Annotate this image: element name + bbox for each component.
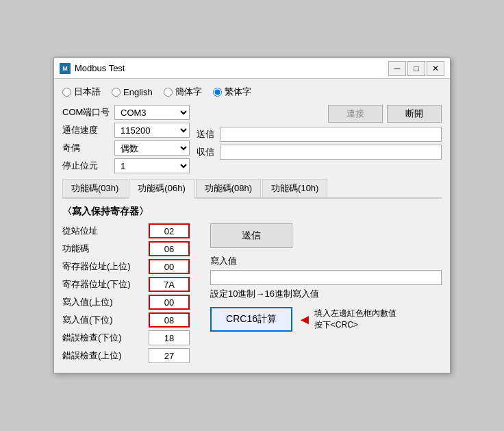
content-area: 日本語 English 簡体字 繁体字 COM端口号 COM3 C [54, 79, 450, 373]
com-label: COM端口号 [62, 106, 110, 119]
field-input-1[interactable] [149, 241, 190, 256]
field-label-7: 錯誤檢查(上位) [62, 349, 144, 362]
arrow-icon: ◄ [298, 312, 312, 328]
recv-row: 収信 02 06 04 01 01 F4 D9 1E [197, 145, 442, 160]
write-value-label: 寫入值 [210, 255, 442, 267]
crc-row: CRC16計算 ◄ 填入左邊紅色框內數值按下<CRC> [210, 307, 442, 332]
stopbit-label: 停止位元 [62, 160, 110, 172]
field-input-7[interactable] [149, 348, 190, 363]
baud-select[interactable]: 115200 9600 19200 38400 57600 [114, 123, 190, 138]
field-input-5[interactable] [149, 312, 190, 328]
language-selector: 日本語 English 簡体字 繁体字 [62, 86, 442, 98]
field-label-2: 寄存器位址(上位) [62, 260, 144, 273]
field-input-2[interactable] [149, 259, 190, 274]
baud-label: 通信速度 [62, 124, 110, 136]
maximize-button[interactable]: □ [407, 61, 425, 76]
lang-tw-label: 繁体字 [225, 86, 251, 98]
lang-jp-radio[interactable] [62, 88, 71, 97]
write-value-section: 寫入值 設定10進制→16進制寫入值 [210, 255, 442, 300]
field-label-4: 寫入值(上位) [62, 296, 144, 308]
minimize-button[interactable]: ─ [388, 61, 406, 76]
recv-label: 収信 [197, 146, 216, 158]
tab-10h[interactable]: 功能碼(10h) [262, 179, 327, 197]
field-label-0: 從站位址 [62, 225, 144, 237]
lang-cn-label: 簡体字 [175, 86, 202, 98]
recv-input[interactable]: 02 06 04 01 01 F4 D9 1E [220, 145, 442, 160]
tab-bar: 功能碼(03h) 功能碼(06h) 功能碼(08h) 功能碼(10h) [62, 179, 442, 199]
field-input-0[interactable] [149, 223, 190, 238]
field-row-write-lo: 寫入值(下位) [62, 312, 199, 328]
panel-body: 從站位址 功能碼 寄存器位址(上位) 寄存器位址(下位) [62, 223, 442, 366]
app-icon: M [60, 63, 71, 74]
title-bar-left: M Modbus Test [60, 63, 125, 74]
close-button[interactable]: ✕ [427, 61, 444, 76]
field-row-func-code: 功能碼 [62, 241, 199, 256]
field-label-5: 寫入值(下位) [62, 314, 144, 326]
field-label-3: 寄存器位址(下位) [62, 278, 144, 291]
tab-06h[interactable]: 功能碼(06h) [129, 179, 194, 199]
crc-button[interactable]: CRC16計算 [210, 307, 292, 332]
field-row-write-hi: 寫入值(上位) [62, 295, 199, 310]
lang-en-radio[interactable] [112, 88, 121, 97]
disconnect-button[interactable]: 断開 [387, 105, 442, 123]
lang-jp-label: 日本語 [74, 86, 101, 98]
send-input[interactable]: 02 06 04 01 01 F4 D9 1E [220, 127, 442, 142]
title-controls: ─ □ ✕ [388, 61, 444, 76]
right-controls: 送信 寫入值 設定10進制→16進制寫入值 CRC16計算 ◄ 填入左邊紅色框內… [210, 223, 442, 366]
tab-08h[interactable]: 功能碼(08h) [196, 179, 261, 197]
field-input-6[interactable] [149, 330, 190, 345]
lang-en-label: English [123, 87, 153, 97]
lang-tw-radio[interactable] [213, 88, 222, 97]
field-row-crc-lo: 錯誤檢查(下位) [62, 330, 199, 345]
field-row-slave-addr: 從站位址 [62, 223, 199, 238]
hint-text: 填入左邊紅色框內數值按下<CRC> [314, 308, 396, 331]
parity-select[interactable]: 偶数 奇数 無し [114, 140, 190, 156]
send-button[interactable]: 送信 [210, 223, 292, 248]
stopbit-select[interactable]: 1 2 [114, 158, 190, 173]
window-title: Modbus Test [75, 63, 125, 73]
field-row-reg-lo: 寄存器位址(下位) [62, 277, 199, 292]
field-row-crc-hi: 錯誤檢查(上位) [62, 348, 199, 363]
com-select[interactable]: COM3 COM1 COM2 COM4 [114, 105, 190, 120]
field-input-3[interactable] [149, 277, 190, 292]
lang-cn-radio[interactable] [164, 88, 173, 97]
main-window: M Modbus Test ─ □ ✕ 日本語 English 簡体字 [53, 58, 451, 373]
lang-jp[interactable]: 日本語 [62, 86, 101, 98]
write-value-input[interactable] [210, 270, 442, 285]
lang-cn[interactable]: 簡体字 [164, 86, 202, 98]
field-row-reg-hi: 寄存器位址(上位) [62, 259, 199, 274]
field-input-4[interactable] [149, 295, 190, 310]
field-label-6: 錯誤檢查(下位) [62, 332, 144, 344]
send-label: 送信 [197, 128, 216, 140]
field-list: 從站位址 功能碼 寄存器位址(上位) 寄存器位址(下位) [62, 223, 199, 366]
title-bar: M Modbus Test ─ □ ✕ [54, 58, 450, 79]
panel-title: 〈寫入保持寄存器〉 [62, 206, 442, 218]
connect-button[interactable]: 連接 [328, 105, 383, 123]
tab-03h[interactable]: 功能碼(03h) [62, 179, 127, 197]
hint-area: ◄ 填入左邊紅色框內數值按下<CRC> [298, 308, 396, 331]
convert-label: 設定10進制→16進制寫入值 [210, 288, 442, 300]
send-row: 送信 02 06 04 01 01 F4 D9 1E [197, 127, 442, 142]
lang-tw[interactable]: 繁体字 [213, 86, 251, 98]
lang-en[interactable]: English [112, 87, 153, 97]
parity-label: 奇偶 [62, 142, 110, 154]
field-label-1: 功能碼 [62, 243, 144, 255]
